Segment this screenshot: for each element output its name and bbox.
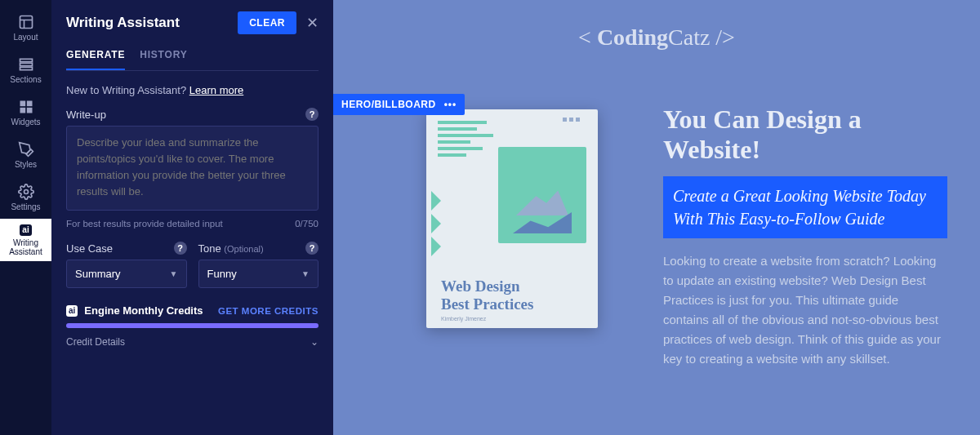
help-icon[interactable]: ?	[305, 242, 318, 255]
rail-label: Layout	[13, 33, 38, 42]
layout-icon	[18, 14, 34, 30]
tone-value: Funny	[207, 268, 237, 280]
rail-label: Writing Assistant	[0, 238, 51, 256]
credits-progress-bar	[66, 323, 318, 328]
chevron-down-icon: ▼	[301, 269, 310, 278]
page-canvas[interactable]: < CodingCatz /> Web DesignBest Practices…	[333, 0, 980, 435]
credit-details-label: Credit Details	[66, 336, 125, 348]
section-tag[interactable]: HERO/BILLBOARD •••	[333, 94, 465, 115]
ai-icon: ai	[20, 224, 31, 236]
widgets-icon	[18, 99, 34, 115]
decorative-arrows	[431, 191, 441, 256]
get-more-credits-link[interactable]: GET MORE CREDITS	[218, 306, 318, 316]
helper-text: For best results provide detailed input	[66, 219, 223, 229]
section-tag-label: HERO/BILLBOARD	[341, 99, 436, 110]
writing-assistant-panel: Writing Assistant CLEAR ✕ GENERATE HISTO…	[51, 0, 333, 435]
panel-title: Writing Assistant	[66, 15, 180, 31]
more-icon[interactable]: •••	[444, 99, 457, 110]
credit-details-toggle[interactable]: Credit Details ⌄	[66, 336, 318, 348]
sections-icon	[18, 56, 34, 73]
tone-label: Tone	[198, 242, 221, 255]
tab-history[interactable]: HISTORY	[140, 49, 187, 70]
rail-label: Styles	[15, 160, 37, 169]
ai-icon: ai	[66, 305, 78, 317]
rail-settings[interactable]: Settings	[0, 176, 51, 219]
close-icon[interactable]: ✕	[306, 14, 318, 32]
usecase-select[interactable]: Summary ▼	[66, 260, 187, 288]
tip-text: New to Writing Assistant?	[66, 84, 189, 96]
svg-rect-1	[20, 59, 32, 61]
hero-heading: You Can Design a Website!	[663, 104, 947, 165]
hero-body: Looking to create a website from scratch…	[663, 251, 947, 369]
rail-label: Widgets	[11, 118, 40, 127]
chevron-down-icon: ▼	[170, 269, 178, 278]
svg-rect-2	[20, 63, 32, 65]
rail-widgets[interactable]: Widgets	[0, 91, 51, 134]
usecase-value: Summary	[75, 268, 121, 280]
decorative-card	[498, 147, 586, 243]
rail-sections[interactable]: Sections	[0, 49, 51, 91]
book-title: Web DesignBest Practices	[441, 277, 533, 313]
decorative-dots	[563, 118, 580, 122]
help-icon[interactable]: ?	[305, 108, 318, 121]
usecase-label: Use Case	[66, 242, 113, 255]
styles-icon	[18, 141, 34, 158]
learn-more-tip: New to Writing Assistant? Learn more	[66, 84, 318, 96]
settings-icon	[18, 184, 34, 200]
rail-label: Settings	[11, 202, 40, 211]
site-brand: < CodingCatz />	[366, 24, 947, 51]
char-count: 0/750	[295, 219, 318, 229]
svg-rect-7	[26, 108, 32, 113]
writeup-label: Write-up	[66, 109, 106, 121]
writeup-input[interactable]	[66, 126, 318, 211]
left-rail: Layout Sections Widgets Styles Settings …	[0, 0, 51, 435]
svg-rect-0	[20, 16, 32, 29]
chevron-down-icon: ⌄	[310, 336, 318, 348]
hero-section[interactable]: Web DesignBest Practices Kimberly Jimene…	[366, 77, 947, 369]
rail-layout[interactable]: Layout	[0, 7, 51, 49]
rail-label: Sections	[10, 75, 41, 84]
help-icon[interactable]: ?	[174, 242, 187, 255]
credits-label: Engine Monthly Credits	[84, 304, 203, 317]
rail-styles[interactable]: Styles	[0, 134, 51, 176]
svg-rect-3	[20, 67, 32, 69]
svg-rect-5	[26, 101, 32, 107]
book-author: Kimberly Jimenez	[441, 316, 486, 322]
rail-writing-assistant[interactable]: ai Writing Assistant	[0, 219, 51, 261]
tone-select[interactable]: Funny ▼	[198, 260, 319, 288]
tab-generate[interactable]: GENERATE	[66, 49, 125, 70]
panel-tabs: GENERATE HISTORY	[66, 49, 318, 71]
svg-point-8	[24, 190, 28, 194]
svg-rect-4	[20, 101, 25, 107]
hero-subheading[interactable]: Create a Great Looking Website Today Wit…	[663, 176, 947, 238]
learn-more-link[interactable]: Learn more	[189, 84, 243, 96]
clear-button[interactable]: CLEAR	[238, 11, 296, 34]
decorative-lines	[438, 121, 493, 157]
tone-optional: (Optional)	[224, 244, 263, 254]
hero-image: Web DesignBest Practices Kimberly Jimene…	[426, 109, 598, 328]
svg-rect-6	[20, 108, 25, 113]
